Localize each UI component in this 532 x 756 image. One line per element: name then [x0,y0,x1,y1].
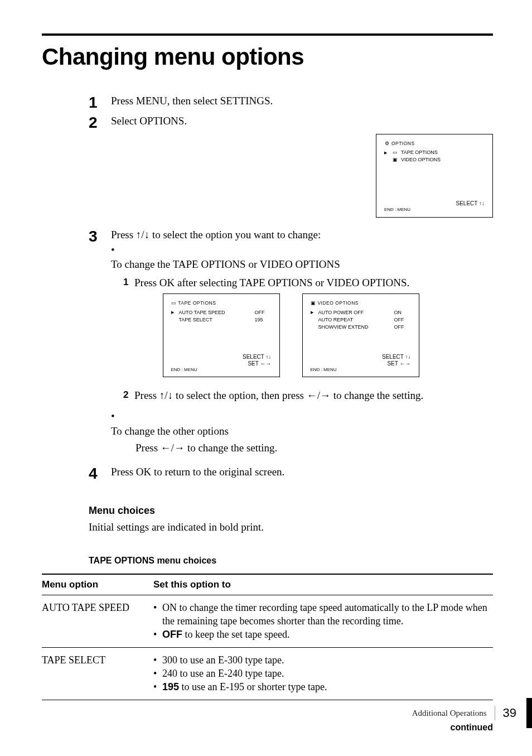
bullet-icon: • [153,653,162,667]
row-name: TAPE SELECT [42,647,153,700]
step-number: 1 [89,94,111,110]
step-3: 3 Press ↑/↓ to select the option you wan… [89,228,493,290]
sub-step-1-text: Press OK after selecting TAPE OPTIONS or… [134,276,409,291]
screen-footer-end: END : MENU [384,207,485,213]
screen-val: OFF [255,309,272,316]
tape-options-table-title: TAPE OPTIONS menu choices [89,556,493,566]
tv-icon: ▣ [392,156,398,163]
sub-step-number: 2 [123,388,134,403]
screen-video-options: ▣ VIDEO OPTIONS AUTO POWER OFFON AUTO RE… [302,293,419,377]
sub-step-2: 2 Press ↑/↓ to select the option, then p… [111,388,493,403]
sub-step-number: 1 [123,276,134,291]
step-3-text: Press ↑/↓ to select the option you want … [111,228,493,243]
steps-block: 1 Press MENU, then select SETTINGS. 2 Se… [42,94,493,481]
table-row: TAPE SELECT •300 to use an E-300 type ta… [42,647,493,700]
screen-footer-select: SELECT ↑↓ [171,354,272,360]
option-text: ON to change the timer recording tape sp… [162,601,491,628]
step-3-bullet-2-body: Press ←/→ to change the setting. [111,441,493,456]
page-title: Changing menu options [42,44,493,70]
screen-row: TAPE SELECT [179,316,252,324]
step-number: 2 [89,114,111,131]
menu-choices-text: Initial settings are indicated in bold p… [89,521,493,533]
screen-row: AUTO REPEAT [318,316,391,324]
step-number: 3 [89,228,111,244]
screen-options: ⚙ OPTIONS ▭TAPE OPTIONS ▣VIDEO OPTIONS S… [376,134,493,218]
screen-row: TAPE OPTIONS [401,149,485,156]
page-footer: Additional Operations 39 [412,698,532,728]
screen-row: AUTO POWER OFF [318,309,391,316]
step-1-text: Press MENU, then select SETTINGS. [111,94,493,109]
cassette-icon: ▭ [392,149,398,156]
tape-options-table: Menu option Set this option to AUTO TAPE… [42,574,493,700]
option-text: 240 to use an E-240 type tape. [162,667,284,680]
footer-page-number: 39 [503,706,516,720]
step-number: 4 [89,465,111,481]
screen-val: OFF [394,316,411,324]
footer-edge-tab [526,698,532,728]
screen-val: ON [394,309,411,316]
step-3-cont: 2 Press ↑/↓ to select the option, then p… [89,385,493,461]
sub-step-2-text: Press ↑/↓ to select the option, then pre… [134,388,423,403]
menu-choices-heading: Menu choices [89,505,493,517]
footer-section-name: Additional Operations [412,709,487,718]
step-4: 4 Press OK to return to the original scr… [89,465,493,481]
option-text: OFF to keep the set tape speed. [162,628,289,641]
screen-footer-end: END : MENU [171,367,272,373]
cassette-icon: ▭ [171,300,177,306]
step-3-bullet-2: • To change the other options [111,409,493,439]
screen-footer-select: SELECT ↑↓ [384,200,485,207]
settings-icon: ⚙ [384,140,390,147]
screen-tape-title: TAPE OPTIONS [178,300,216,306]
option-text: 300 to use an E-300 type tape. [162,653,284,667]
step-number-blank [89,385,111,386]
screen-footer-select: SELECT ↑↓ [311,354,411,360]
step-3-bullet-2-text: To change the other options [111,424,493,439]
bullet-icon: • [111,243,121,258]
screen-pair: ▭ TAPE OPTIONS AUTO TAPE SPEEDOFF TAPE S… [89,293,493,377]
screen-options-wrap: ⚙ OPTIONS ▭TAPE OPTIONS ▣VIDEO OPTIONS S… [89,134,493,218]
step-3-bullet-1-text: To change the TAPE OPTIONS or VIDEO OPTI… [111,257,493,272]
screen-row: AUTO TAPE SPEED [179,309,252,316]
col-set-this-option: Set this option to [153,574,493,595]
screen-val: OFF [394,324,411,331]
screen-footer-set: SET ←→ [311,360,411,367]
step-2-text: Select OPTIONS. [111,114,493,129]
bullet-icon: • [153,680,162,694]
footer-separator [495,706,495,720]
step-3-bullet-1: • To change the TAPE OPTIONS or VIDEO OP… [111,243,493,272]
tv-icon: ▣ [311,300,316,306]
screen-options-title: OPTIONS [391,141,415,146]
screen-row: SHOWVIEW EXTEND [318,324,391,331]
bullet-icon: • [153,628,162,641]
section-rule [42,33,493,36]
screen-row: VIDEO OPTIONS [401,156,485,163]
step-1: 1 Press MENU, then select SETTINGS. [89,94,493,110]
sub-step-1: 1 Press OK after selecting TAPE OPTIONS … [111,276,493,291]
row-name: AUTO TAPE SPEED [42,595,153,647]
step-2: 2 Select OPTIONS. [89,114,493,131]
screen-footer-end: END : MENU [311,367,411,373]
screen-footer-set: SET ←→ [171,360,272,367]
screen-video-title: VIDEO OPTIONS [317,300,359,306]
bullet-icon: • [153,667,162,680]
screen-tape-options: ▭ TAPE OPTIONS AUTO TAPE SPEEDOFF TAPE S… [163,293,280,377]
option-text: 195 to use an E-195 or shorter type tape… [162,680,327,694]
table-row: AUTO TAPE SPEED •ON to change the timer … [42,595,493,647]
step-4-text: Press OK to return to the original scree… [111,465,493,480]
bullet-icon: • [153,601,162,628]
bullet-icon: • [111,409,121,424]
col-menu-option: Menu option [42,574,153,595]
screen-val: 195 [255,316,272,324]
